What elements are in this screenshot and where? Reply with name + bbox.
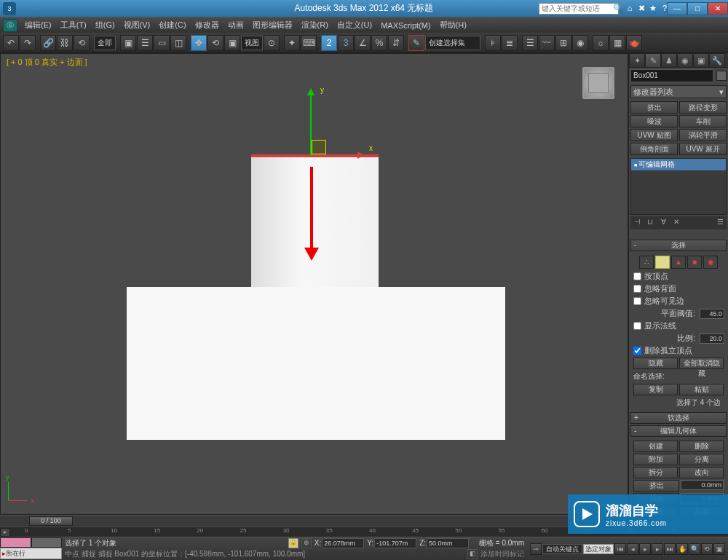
select-rect-button[interactable]: ▭	[154, 35, 170, 51]
prompt-swatch1[interactable]	[0, 537, 31, 548]
menu-customize[interactable]: 自定义(U)	[333, 20, 376, 31]
mod-turbosmooth[interactable]: 涡轮平滑	[679, 129, 727, 141]
extrude-button[interactable]: 挤出	[633, 480, 679, 492]
nav-zoom-icon[interactable]: 🔍	[689, 543, 700, 555]
menu-group[interactable]: 组(G)	[91, 20, 119, 31]
rollout-editgeo-header[interactable]: 编辑几何体	[630, 425, 727, 437]
render-setup-button[interactable]: ☼	[593, 35, 609, 51]
named-selection-set[interactable]: 创建选择集	[425, 36, 480, 50]
coord-mode-icon[interactable]: ⊕	[301, 538, 312, 548]
attach-button[interactable]: 附加	[633, 454, 678, 465]
menu-animation[interactable]: 动画	[223, 20, 248, 31]
stack-editable-mesh[interactable]: 可编辑网格	[631, 159, 726, 170]
viewport-label[interactable]: [ + 0 顶 0 真实 + 边面 ]	[7, 57, 87, 68]
prompt-swatch2[interactable]	[31, 537, 63, 548]
percent-snap-button[interactable]: %	[371, 35, 387, 51]
move-button[interactable]: ✥	[191, 35, 207, 51]
planar-value[interactable]: 45.0	[700, 309, 724, 319]
modifier-stack[interactable]: 可编辑网格	[630, 158, 727, 215]
pivot-button[interactable]: ⊙	[264, 35, 280, 51]
extrude-value[interactable]: 0.0mm	[681, 480, 724, 490]
sub-edge[interactable]: ◁	[655, 256, 670, 269]
prev-frame-icon[interactable]: ◂	[627, 543, 638, 555]
add-time-tag[interactable]: 添加时间标记	[480, 549, 524, 559]
menu-help[interactable]: 帮助(H)	[435, 20, 471, 31]
mod-pathdeform[interactable]: 路径变形	[679, 101, 727, 114]
tab-display[interactable]: ▣	[693, 53, 709, 68]
mod-noise[interactable]: 噪波	[630, 115, 678, 127]
edit-sel-button[interactable]: ✎	[408, 35, 424, 51]
search-icon[interactable]: 🔍	[613, 4, 623, 14]
lock-icon[interactable]: 🔒	[288, 538, 298, 548]
angle-snap-button[interactable]: ∠	[355, 35, 371, 51]
link-button[interactable]: 🔗	[40, 35, 56, 51]
rollout-softselect-header[interactable]: 软选择	[630, 412, 727, 424]
maximize-button[interactable]: □	[687, 2, 708, 15]
ignore-back-check[interactable]: 忽略背面	[632, 283, 725, 295]
sub-element[interactable]: ◉	[703, 256, 718, 269]
app-menu-button[interactable]: Ⓢ	[3, 19, 17, 32]
coord-y[interactable]: -101.707m	[374, 538, 416, 548]
tab-create[interactable]: ✦	[629, 53, 645, 68]
bind-button[interactable]: ⟲	[74, 35, 90, 51]
tab-modify[interactable]: ✎	[645, 53, 661, 68]
pin-stack-icon[interactable]: ⊣	[632, 218, 642, 228]
remove-mod-icon[interactable]: ✕	[671, 218, 681, 228]
nav-orbit-icon[interactable]: ⟲	[701, 543, 713, 555]
modifier-list-dropdown[interactable]: 修改器列表▾	[630, 85, 727, 98]
window-crossing-button[interactable]: ◫	[170, 35, 186, 51]
object-color-swatch[interactable]	[716, 71, 727, 81]
render-frame-button[interactable]: ▦	[609, 35, 625, 51]
coord-x[interactable]: 26.078mm	[322, 538, 364, 548]
menu-maxscript[interactable]: MAXScript(M)	[376, 21, 435, 30]
key-toggle-icon[interactable]: ⊸	[530, 543, 542, 555]
time-tag-icon[interactable]: ◧	[467, 549, 478, 559]
gizmo-x-axis[interactable]: x	[312, 154, 363, 156]
select-name-button[interactable]: ☰	[137, 35, 153, 51]
goto-start-icon[interactable]: ⏮	[614, 543, 626, 555]
unique-icon[interactable]: ∀	[658, 218, 668, 228]
select-object-button[interactable]: ▣	[120, 35, 136, 51]
turn-button[interactable]: 改向	[679, 467, 724, 478]
minimize-button[interactable]: —	[667, 2, 687, 15]
sub-poly[interactable]: ■	[687, 256, 702, 269]
undo-button[interactable]: ↶	[3, 35, 19, 51]
show-end-icon[interactable]: ⊔	[645, 218, 655, 228]
menu-graph[interactable]: 图形编辑器	[248, 20, 297, 31]
tab-hierarchy[interactable]: ♟	[661, 53, 677, 68]
layers-button[interactable]: ☰	[522, 35, 538, 51]
hide-button[interactable]: 隐藏	[633, 358, 678, 369]
keyboard-button[interactable]: ⌨	[301, 35, 317, 51]
mod-bevelprofile[interactable]: 倒角剖面	[630, 143, 678, 155]
sub-face[interactable]: ▲	[671, 256, 686, 269]
split-button[interactable]: 拆分	[633, 467, 678, 478]
render-button[interactable]: 🫖	[626, 35, 642, 51]
time-slider-thumb[interactable]: 0 / 100	[29, 516, 73, 526]
curve-editor-button[interactable]: 〰	[539, 35, 555, 51]
ignore-vis-check[interactable]: 忽略可见边	[632, 295, 725, 307]
geometry-box-large[interactable]	[127, 287, 505, 440]
exchange-icon[interactable]: ✖	[636, 4, 646, 14]
help-search-input[interactable]	[539, 3, 619, 15]
sub-vertex[interactable]: ∴	[639, 256, 654, 269]
coord-z[interactable]: 50.0mm	[427, 538, 469, 548]
scale-value[interactable]: 20.0	[700, 334, 724, 344]
snap-3-button[interactable]: 3	[338, 35, 354, 51]
trackbar-expand-icon[interactable]: ▸	[0, 528, 10, 537]
unhide-all-button[interactable]: 全部取消隐藏	[679, 358, 724, 369]
menu-create[interactable]: 创建(C)	[154, 20, 190, 31]
tab-utilities[interactable]: 🔧	[709, 53, 725, 68]
material-editor-button[interactable]: ◉	[572, 35, 588, 51]
paste-sel-button[interactable]: 粘贴	[679, 384, 724, 395]
ref-coord-system[interactable]: 视图	[241, 36, 263, 50]
mod-lathe[interactable]: 车削	[679, 115, 727, 127]
tab-motion[interactable]: ◉	[677, 53, 693, 68]
mod-uvwmap[interactable]: UVW 贴图	[630, 129, 678, 141]
copy-sel-button[interactable]: 复制	[633, 384, 678, 395]
align-button[interactable]: ≣	[502, 35, 518, 51]
goto-end-icon[interactable]: ⏭	[664, 543, 676, 555]
scale-button[interactable]: ▣	[224, 35, 240, 51]
menu-edit[interactable]: 编辑(E)	[20, 20, 56, 31]
snap-2d-button[interactable]: 2	[321, 35, 337, 51]
next-frame-icon[interactable]: ▸	[652, 543, 663, 555]
